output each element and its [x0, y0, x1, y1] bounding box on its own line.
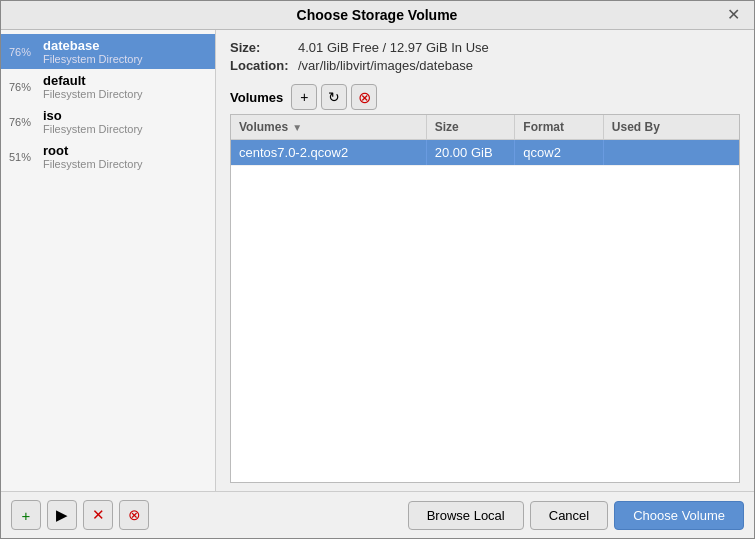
- sidebar-badge: 51%: [9, 151, 37, 163]
- sidebar-item-text: default Filesystem Directory: [43, 73, 143, 100]
- play-button[interactable]: ▶: [47, 500, 77, 530]
- delete-volume-button[interactable]: ⊗: [351, 84, 377, 110]
- size-value: 4.01 GiB Free / 12.97 GiB In Use: [298, 40, 489, 55]
- header-format: Format: [515, 115, 604, 139]
- cell-usedby: [604, 148, 739, 158]
- chevron-down-icon: ▼: [292, 122, 302, 133]
- sidebar-item-iso[interactable]: 76% iso Filesystem Directory: [1, 104, 215, 139]
- table-body: centos7.0-2.qcow2 20.00 GiB qcow2: [231, 140, 739, 482]
- size-row: Size: 4.01 GiB Free / 12.97 GiB In Use: [230, 40, 740, 55]
- refresh-volume-button[interactable]: ↻: [321, 84, 347, 110]
- volumes-table: Volumes ▼ Size Format Used By centos7.0-…: [230, 114, 740, 483]
- volumes-label: Volumes: [230, 90, 283, 105]
- x-icon: ✕: [92, 506, 105, 524]
- sidebar-item-name: default: [43, 73, 143, 88]
- add-pool-button[interactable]: +: [11, 500, 41, 530]
- add-volume-button[interactable]: +: [291, 84, 317, 110]
- bottom-left-buttons: + ▶ ✕ ⊗: [11, 500, 149, 530]
- sidebar-item-datebase[interactable]: 76% datebase Filesystem Directory: [1, 34, 215, 69]
- cell-volumes: centos7.0-2.qcow2: [231, 140, 427, 165]
- sidebar-item-name: root: [43, 143, 143, 158]
- location-value: /var/lib/libvirt/images/datebase: [298, 58, 473, 73]
- sidebar-item-sub: Filesystem Directory: [43, 88, 143, 100]
- sidebar-item-sub: Filesystem Directory: [43, 158, 143, 170]
- cancel-button[interactable]: Cancel: [530, 501, 608, 530]
- size-label: Size:: [230, 40, 298, 55]
- stop-button[interactable]: ⊗: [119, 500, 149, 530]
- header-usedby: Used By: [604, 115, 739, 139]
- volumes-toolbar: Volumes + ↻ ⊗: [230, 84, 740, 110]
- location-label: Location:: [230, 58, 298, 73]
- sidebar-item-text: iso Filesystem Directory: [43, 108, 143, 135]
- choose-storage-volume-dialog: Choose Storage Volume ✕ 76% datebase Fil…: [0, 0, 755, 539]
- sidebar-badge: 76%: [9, 46, 37, 58]
- table-row[interactable]: centos7.0-2.qcow2 20.00 GiB qcow2: [231, 140, 739, 166]
- cell-format: qcow2: [515, 140, 604, 165]
- remove-button[interactable]: ✕: [83, 500, 113, 530]
- sidebar-item-root[interactable]: 51% root Filesystem Directory: [1, 139, 215, 174]
- choose-volume-button[interactable]: Choose Volume: [614, 501, 744, 530]
- sidebar-item-text: root Filesystem Directory: [43, 143, 143, 170]
- browse-local-button[interactable]: Browse Local: [408, 501, 524, 530]
- header-volumes: Volumes ▼: [231, 115, 427, 139]
- sidebar-badge: 76%: [9, 81, 37, 93]
- cell-size: 20.00 GiB: [427, 140, 516, 165]
- sidebar: 76% datebase Filesystem Directory 76% de…: [1, 30, 216, 491]
- main-area: Size: 4.01 GiB Free / 12.97 GiB In Use L…: [216, 30, 754, 491]
- close-button[interactable]: ✕: [723, 7, 744, 23]
- sidebar-badge: 76%: [9, 116, 37, 128]
- title-bar: Choose Storage Volume ✕: [1, 1, 754, 30]
- dialog-title: Choose Storage Volume: [31, 7, 723, 23]
- sidebar-item-name: iso: [43, 108, 143, 123]
- sidebar-item-name: datebase: [43, 38, 143, 53]
- sidebar-item-default[interactable]: 76% default Filesystem Directory: [1, 69, 215, 104]
- table-header: Volumes ▼ Size Format Used By: [231, 115, 739, 140]
- bottom-bar: + ▶ ✕ ⊗ Browse Local Cancel Choose Volum…: [1, 491, 754, 538]
- header-size: Size: [427, 115, 516, 139]
- location-row: Location: /var/lib/libvirt/images/dateba…: [230, 58, 740, 73]
- dialog-body: 76% datebase Filesystem Directory 76% de…: [1, 30, 754, 491]
- sidebar-item-sub: Filesystem Directory: [43, 123, 143, 135]
- sidebar-item-sub: Filesystem Directory: [43, 53, 143, 65]
- sidebar-item-text: datebase Filesystem Directory: [43, 38, 143, 65]
